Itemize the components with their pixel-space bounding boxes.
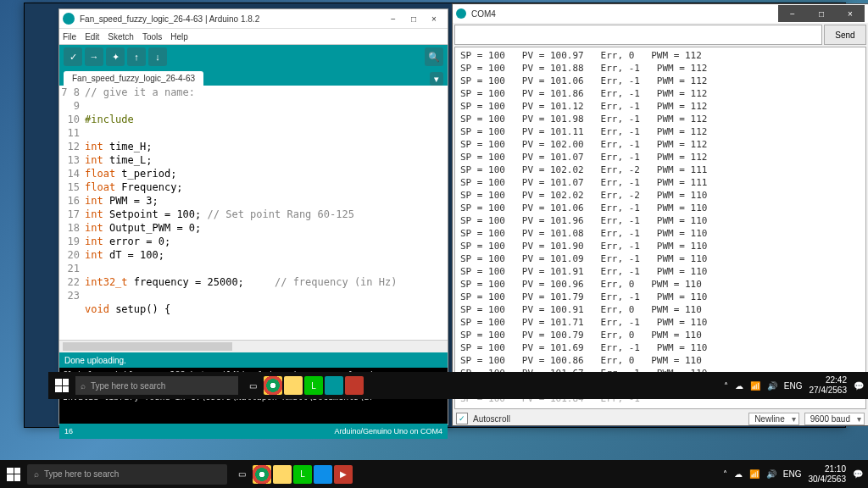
menu-edit[interactable]: Edit [85, 32, 99, 42]
clock[interactable]: 21:10 30/4/2563 [809, 464, 847, 485]
notification-icon[interactable]: 💬 [854, 381, 864, 391]
teamviewer-icon[interactable] [314, 465, 332, 484]
inner-start-button[interactable] [48, 372, 75, 399]
task-view-icon[interactable]: ▭ [243, 376, 262, 395]
volume-icon[interactable]: 🔊 [767, 381, 777, 391]
menu-sketch[interactable]: Sketch [108, 32, 134, 42]
open-button[interactable]: ↑ [127, 47, 146, 66]
inner-search-box[interactable]: ⌕ Type here to search [75, 376, 238, 395]
baud-select[interactable]: 9600 baud [804, 413, 865, 425]
serial-icon [456, 8, 466, 19]
new-sketch-button[interactable]: ✦ [106, 47, 125, 66]
arduino-app-icon[interactable] [325, 376, 343, 395]
menu-tools[interactable]: Tools [142, 32, 162, 42]
upload-button[interactable]: → [85, 47, 103, 66]
time: 21:10 [809, 464, 847, 474]
build-status: Done uploading. [59, 352, 448, 368]
inner-system-tray[interactable]: ˄ ☁ 📶 🔊 ENG 22:42 27/4/2563 💬 [724, 375, 868, 396]
arduino-tabbar: Fan_speed_fuzzy_logic_26-4-63 ▾ [59, 69, 448, 86]
search-box[interactable]: ⌕ Type here to search [27, 464, 227, 485]
serial-titlebar[interactable]: COM4 − □ × [453, 4, 868, 23]
maximize-button[interactable]: □ [403, 11, 424, 26]
cloud-icon[interactable]: ☁ [734, 469, 743, 479]
inner-screenshot: Fan_speed_fuzzy_logic_26-4-63 | Arduino … [24, 3, 846, 428]
volume-icon[interactable]: 🔊 [766, 469, 776, 479]
tray-chevron-icon[interactable]: ˄ [723, 469, 727, 479]
desktop: Fan_speed_fuzzy_logic_26-4-63 | Arduino … [0, 0, 868, 488]
chrome-icon[interactable] [264, 376, 282, 395]
cloud-icon[interactable]: ☁ [735, 381, 743, 391]
serial-minimize-button[interactable]: − [778, 5, 807, 22]
serial-monitor-window: COM4 − □ × Send SP = 100 PV = 100.97 Err… [452, 3, 868, 426]
search-placeholder: Type here to search [44, 469, 119, 479]
file-explorer-icon[interactable] [284, 376, 303, 395]
arduino-toolbar: ✓ → ✦ ↑ ↓ 🔍 [59, 45, 448, 69]
search-icon: ⌕ [81, 381, 86, 391]
code-area[interactable]: // give it a name: #include int time_H;i… [85, 86, 397, 316]
wifi-icon[interactable]: 📶 [750, 381, 760, 391]
arduino-icon [63, 13, 75, 25]
inner-lang-indicator[interactable]: ENG [784, 381, 803, 391]
system-tray[interactable]: ˄ ☁ 📶 🔊 ENG 21:10 30/4/2563 💬 [723, 464, 868, 485]
board-port-label: Arduino/Genuino Uno on COM4 [334, 427, 442, 435]
verify-button[interactable]: ✓ [64, 47, 82, 66]
chrome-icon[interactable] [253, 465, 271, 484]
media-app-icon[interactable] [345, 376, 364, 395]
file-explorer-icon[interactable] [273, 465, 292, 484]
start-button[interactable] [0, 460, 27, 488]
minimize-button[interactable]: − [383, 11, 403, 26]
horizontal-scrollbar[interactable] [59, 340, 448, 352]
tray-chevron-icon[interactable]: ˄ [724, 381, 728, 391]
notification-icon[interactable]: 💬 [853, 469, 863, 479]
inner-time: 22:42 [810, 375, 848, 385]
sketch-tab[interactable]: Fan_speed_fuzzy_logic_26-4-63 [64, 71, 203, 86]
arduino-titlebar[interactable]: Fan_speed_fuzzy_logic_26-4-63 | Arduino … [59, 9, 448, 29]
save-button[interactable]: ↓ [148, 47, 167, 66]
arduino-title: Fan_speed_fuzzy_logic_26-4-63 | Arduino … [80, 14, 383, 24]
line-app-icon[interactable]: L [304, 376, 323, 395]
task-view-icon[interactable]: ▭ [232, 465, 251, 484]
serial-input[interactable] [454, 25, 822, 45]
serial-monitor-button[interactable]: 🔍 [425, 47, 443, 66]
menu-help[interactable]: Help [170, 32, 188, 42]
serial-input-bar: Send [453, 23, 868, 47]
tab-menu-button[interactable]: ▾ [430, 72, 443, 86]
autoscroll-label: Autoscroll [473, 414, 510, 424]
inner-taskbar: ⌕ Type here to search ▭ L ˄ ☁ 📶 🔊 ENG 22… [48, 372, 868, 399]
close-button[interactable]: × [424, 11, 444, 26]
autoscroll-checkbox[interactable]: ✓ [456, 413, 468, 424]
send-button[interactable]: Send [824, 25, 866, 45]
arduino-menubar: FileEditSketchToolsHelp [59, 29, 448, 45]
lang-indicator[interactable]: ENG [783, 469, 802, 479]
serial-output[interactable]: SP = 100 PV = 100.97 Err, 0 PWM = 112 SP… [454, 47, 866, 409]
serial-bottom-bar: ✓ Autoscroll Newline 9600 baud [453, 409, 868, 428]
line-ending-select[interactable]: Newline [748, 413, 799, 425]
serial-maximize-button[interactable]: □ [807, 5, 836, 22]
inner-search-placeholder: Type here to search [91, 381, 165, 391]
line-number: 16 [64, 427, 73, 435]
line-app-icon[interactable]: L [293, 465, 312, 484]
serial-close-button[interactable]: × [836, 5, 865, 22]
search-icon: ⌕ [34, 469, 39, 479]
inner-clock[interactable]: 22:42 27/4/2563 [810, 375, 848, 396]
wifi-icon[interactable]: 📶 [749, 469, 760, 479]
code-editor[interactable]: 7 8 9 10 11 12 13 14 15 16 17 18 19 20 2… [59, 86, 448, 340]
serial-title: COM4 [471, 9, 778, 19]
arduino-window: Fan_speed_fuzzy_logic_26-4-63 | Arduino … [58, 8, 448, 425]
inner-date: 27/4/2563 [810, 385, 848, 396]
menu-file[interactable]: File [63, 32, 76, 42]
outer-taskbar: ⌕ Type here to search ▭ L ▶ ˄ ☁ 📶 🔊 ENG … [0, 460, 868, 488]
media-player-icon[interactable]: ▶ [334, 465, 353, 484]
arduino-footer: 16 Arduino/Genuino Uno on COM4 [59, 424, 448, 439]
line-gutter: 7 8 9 10 11 12 13 14 15 16 17 18 19 20 2… [59, 86, 83, 302]
date: 30/4/2563 [809, 474, 847, 485]
